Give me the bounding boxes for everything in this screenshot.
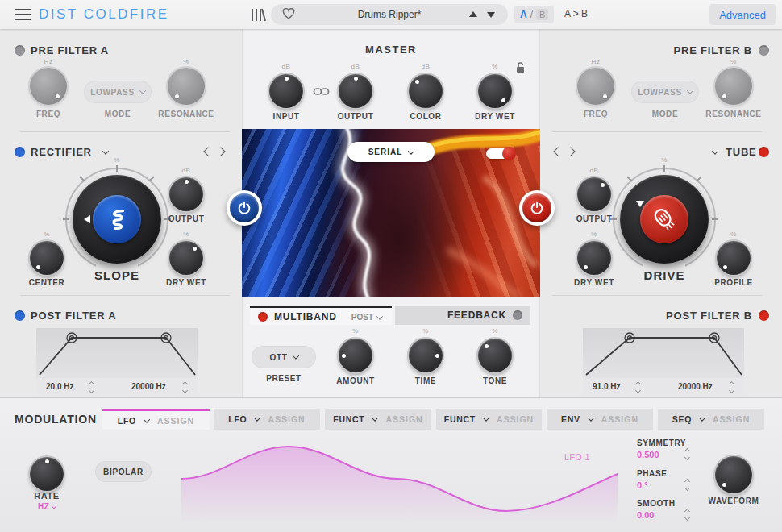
ab-a-label[interactable]: A <box>520 9 527 20</box>
post-filter-a-high-stepper[interactable] <box>183 382 187 393</box>
lock-open-icon[interactable] <box>515 61 526 73</box>
lfo-rate-knob[interactable] <box>30 457 64 491</box>
main-menu-icon[interactable] <box>15 9 31 20</box>
tube-led[interactable] <box>759 147 769 157</box>
rectifier-power-button[interactable] <box>227 190 262 226</box>
master-output-knob[interactable] <box>339 74 372 108</box>
mod-tab-assign[interactable]: ASSIGN <box>268 414 305 424</box>
multiband-amount-knob[interactable] <box>339 339 372 372</box>
feedback-tone-knob[interactable] <box>478 339 512 372</box>
center-knob[interactable] <box>30 241 64 275</box>
post-filter-a-led[interactable] <box>15 310 25 321</box>
master-title: MASTER <box>242 44 540 56</box>
pre-filter-b-resonance-knob[interactable] <box>715 68 752 105</box>
link-icon[interactable] <box>313 86 330 97</box>
bipolar-button[interactable]: BIPOLAR <box>95 461 152 482</box>
pre-filter-a-freq-knob[interactable] <box>30 68 67 105</box>
post-filter-a-display[interactable]: 20.0 Hz 20000 Hz <box>36 328 198 394</box>
multiband-preset-dropdown[interactable]: OTT <box>252 346 316 368</box>
mod-tab-lfo2[interactable]: LFO ASSIGN <box>214 409 320 430</box>
phase-stepper[interactable] <box>685 480 689 490</box>
feedback-led[interactable] <box>513 310 522 320</box>
pre-filter-b-led[interactable] <box>759 45 769 56</box>
preset-browser[interactable]: Drums Ripper* <box>271 4 508 25</box>
advanced-button[interactable]: Advanced <box>709 4 776 25</box>
ab-copy-button[interactable]: A > B <box>564 8 588 19</box>
mod-tab-assign[interactable]: ASSIGN <box>497 414 534 424</box>
power-icon <box>237 201 252 215</box>
rect-output-knob[interactable] <box>169 177 203 211</box>
post-filter-a-low-stepper[interactable] <box>89 382 94 393</box>
multiband-position-dropdown[interactable]: POST <box>351 313 382 322</box>
master-color-label: COLOR <box>401 112 450 121</box>
profile-unit: % <box>717 231 751 238</box>
tube-prev-icon[interactable] <box>553 147 562 156</box>
post-filter-b-low-value[interactable]: 91.0 Hz <box>593 382 620 391</box>
slope-knob[interactable] <box>73 175 161 264</box>
lfo-waveform-knob[interactable] <box>715 456 752 493</box>
post-filter-b-led[interactable] <box>759 310 769 321</box>
ab-b-label[interactable]: B <box>536 9 548 20</box>
preset-prev-icon[interactable] <box>469 11 477 17</box>
rectifier-next-icon[interactable] <box>216 147 225 156</box>
phase-value[interactable]: 0 ° <box>637 480 648 490</box>
library-icon[interactable] <box>250 8 266 22</box>
mod-tab-assign[interactable]: ASSIGN <box>601 414 638 424</box>
smooth-stepper[interactable] <box>685 509 689 520</box>
mod-tab-lfo1[interactable]: LFO ASSIGN <box>102 409 210 430</box>
post-filter-a-low-value[interactable]: 20.0 Hz <box>46 382 73 391</box>
post-filter-b-high-stepper[interactable] <box>730 382 734 393</box>
mod-tab-assign[interactable]: ASSIGN <box>713 414 750 424</box>
mod-tab-seq[interactable]: SEQ ASSIGN <box>658 409 764 430</box>
routing-toggle[interactable] <box>486 148 514 159</box>
mod-tab-env[interactable]: ENV ASSIGN <box>547 409 653 430</box>
tube-drywet-knob[interactable] <box>577 241 611 275</box>
multiband-led[interactable] <box>258 312 268 322</box>
pre-filter-b-freq-knob[interactable] <box>577 68 614 105</box>
rectifier-led[interactable] <box>15 147 25 157</box>
ab-toggle[interactable]: A / B <box>514 6 554 23</box>
symmetry-value[interactable]: 0.500 <box>637 450 659 459</box>
rectifier-prev-icon[interactable] <box>203 147 212 156</box>
post-filter-b-title: POST FILTER B <box>645 310 752 322</box>
pre-filter-a-resonance-knob[interactable] <box>168 68 205 105</box>
post-filter-b-high-value[interactable]: 20000 Hz <box>678 382 713 391</box>
tube-profile-knob[interactable] <box>717 241 751 275</box>
master-drywet-unit: % <box>478 63 512 70</box>
post-filter-b-low-stepper[interactable] <box>636 382 640 393</box>
post-filter-a-curve[interactable] <box>36 328 198 378</box>
master-output-label: OUTPUT <box>331 112 380 121</box>
master-color-knob[interactable] <box>409 74 443 108</box>
drive-knob[interactable] <box>620 175 709 264</box>
preset-next-icon[interactable] <box>487 12 495 18</box>
pre-filter-b-mode-dropdown[interactable]: LOWPASS <box>631 81 699 103</box>
post-filter-b-display[interactable]: 91.0 Hz 20000 Hz <box>583 328 744 394</box>
pre-filter-a-led[interactable] <box>15 45 25 56</box>
master-input-knob[interactable] <box>269 74 303 108</box>
master-drywet-knob[interactable] <box>478 74 512 108</box>
tube-output-knob[interactable] <box>577 177 611 211</box>
mod-tab-funct1[interactable]: FUNCT ASSIGN <box>325 409 431 430</box>
multiband-tab[interactable]: MULTIBAND POST <box>250 306 392 325</box>
rect-drywet-knob[interactable] <box>169 241 203 275</box>
tube-next-icon[interactable] <box>566 147 575 156</box>
tube-type-chevron-icon[interactable] <box>712 148 718 154</box>
pre-filter-a-freq-label: FREQ <box>30 110 67 118</box>
tone-label: TONE <box>471 376 519 385</box>
fluid-artwork: SERIAL <box>242 129 540 297</box>
pre-filter-a-mode-dropdown[interactable]: LOWPASS <box>84 81 152 103</box>
rate-unit-dropdown[interactable]: HZ <box>23 502 71 511</box>
mod-tab-funct2[interactable]: FUNCT ASSIGN <box>436 409 542 430</box>
feedback-tab[interactable]: FEEDBACK <box>395 306 530 325</box>
post-filter-b-curve[interactable] <box>583 328 744 378</box>
rectifier-type-chevron-icon[interactable] <box>102 148 109 154</box>
feedback-time-knob[interactable] <box>409 339 443 372</box>
smooth-value[interactable]: 0.00 <box>637 510 654 520</box>
chevron-down-icon <box>376 313 383 319</box>
symmetry-stepper[interactable] <box>685 449 689 459</box>
post-filter-a-high-value[interactable]: 20000 Hz <box>131 382 166 391</box>
tube-power-button[interactable] <box>519 190 555 226</box>
routing-dropdown[interactable]: SERIAL <box>347 142 435 162</box>
mod-tab-assign[interactable]: ASSIGN <box>157 416 194 426</box>
mod-tab-assign[interactable]: ASSIGN <box>385 414 422 424</box>
